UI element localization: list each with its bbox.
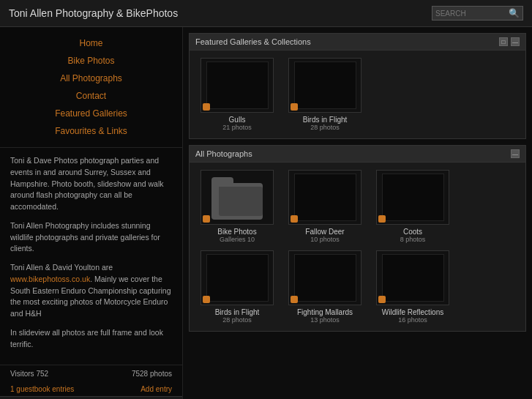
gallery-label-birds-flight2: Birds in Flight — [215, 308, 260, 316]
gallery-thumb-fallow-deer[interactable] — [288, 170, 361, 225]
all-photos-section: All Photographs — — [189, 145, 526, 332]
sidebar-stats: Visitors 752 7528 photos — [0, 365, 182, 382]
nav: Home Bike Photos All Photographs Contact… — [0, 34, 182, 148]
gallery-label-birds-flight: Birds in Flight — [303, 116, 348, 124]
sidebar-item-bike-photos[interactable]: Bike Photos — [0, 52, 182, 70]
gallery-label-gulls: Gulls — [229, 116, 246, 124]
gallery-label-fighting-mallards: Fighting Mallards — [297, 308, 353, 316]
featured-section-controls: □ — — [499, 37, 520, 46]
featured-section-title: Featured Galleries & Collections — [195, 37, 311, 46]
featured-gallery-grid: Gulls 21 photos Birds in Flight 28 photo… — [190, 51, 525, 138]
search-icon[interactable]: 🔍 — [509, 8, 520, 18]
gallery-thumb-birds-flight2[interactable] — [201, 250, 274, 305]
search-box: 🔍 — [432, 6, 523, 20]
gallery-sublabel-birds-flight2: 28 photos — [222, 316, 252, 324]
sidebar-para2: Toni Allen Photography includes stunning… — [10, 220, 172, 255]
site-title: Toni Allen Photography & BikePhotos — [9, 7, 178, 19]
content-area: Featured Galleries & Collections □ — Gul… — [183, 27, 532, 399]
all-photos-section-title: All Photographs — [195, 149, 252, 158]
all-photos-section-header: All Photographs — — [190, 146, 525, 163]
gallery-thumb-birds-flight[interactable] — [288, 58, 361, 113]
gallery-label-wildlife-reflections: Wildlife Reflections — [382, 308, 443, 316]
photos-stat: 7528 photos — [132, 370, 172, 378]
sidebar-item-featured-galleries[interactable]: Featured Galleries — [0, 105, 182, 122]
featured-minimize-button[interactable]: — — [511, 37, 520, 46]
list-item[interactable]: Fallow Deer 10 photos — [285, 170, 365, 243]
sidebar: Home Bike Photos All Photographs Contact… — [0, 27, 183, 399]
gallery-sublabel-fighting-mallards: 13 photos — [310, 316, 340, 324]
sidebar-item-home[interactable]: Home — [0, 34, 182, 52]
gallery-thumb-bike-photos[interactable] — [201, 170, 274, 225]
guestbook-link[interactable]: 1 guestbook entries — [10, 385, 74, 393]
gallery-sublabel-fallow-deer: 10 photos — [310, 236, 340, 243]
gallery-label-bike-photos: Bike Photos — [217, 228, 256, 236]
gallery-thumb-coots[interactable] — [376, 170, 449, 225]
gallery-sublabel-birds-flight: 28 photos — [310, 124, 340, 131]
all-photos-minimize-button[interactable]: — — [511, 149, 520, 158]
gallery-sublabel-gulls: 21 photos — [222, 124, 252, 131]
all-photos-gallery-grid: Bike Photos Galleries 10 Fallow Deer 10 … — [190, 163, 525, 331]
all-photos-section-controls: — — [511, 149, 520, 158]
gallery-label-coots: Coots — [403, 228, 422, 236]
sidebar-item-all-photographs[interactable]: All Photographs — [0, 70, 182, 87]
featured-section: Featured Galleries & Collections □ — Gul… — [189, 33, 526, 139]
featured-expand-button[interactable]: □ — [499, 37, 508, 46]
list-item[interactable]: Bike Photos Galleries 10 — [197, 170, 277, 243]
sidebar-item-contact[interactable]: Contact — [0, 87, 182, 105]
gallery-thumb-gulls[interactable] — [201, 58, 274, 113]
sidebar-para3: Toni Allen & David Youlton are www.bikep… — [10, 262, 172, 320]
search-input[interactable] — [435, 10, 509, 18]
list-item[interactable]: Gulls 21 photos — [197, 58, 277, 131]
gallery-sublabel-bike-photos: Galleries 10 — [220, 236, 255, 243]
list-item[interactable]: Fighting Mallards 13 photos — [285, 250, 365, 324]
website-link[interactable]: www.bikephotoss.co.uk — [10, 275, 90, 283]
list-item[interactable]: Birds in Flight 28 photos — [197, 250, 277, 324]
main-layout: Home Bike Photos All Photographs Contact… — [0, 27, 532, 399]
contact-bar: Contact Info — — [0, 396, 182, 399]
gallery-sublabel-wildlife-reflections: 16 photos — [398, 316, 427, 324]
gallery-thumb-fighting-mallards[interactable] — [288, 250, 361, 305]
sidebar-item-favourites-links[interactable]: Favourites & Links — [0, 122, 182, 140]
list-item[interactable]: Birds in Flight 28 photos — [285, 58, 365, 131]
gallery-sublabel-coots: 8 photos — [400, 236, 426, 243]
list-item[interactable]: Coots 8 photos — [372, 170, 453, 243]
list-item[interactable]: Wildlife Reflections 16 photos — [372, 250, 453, 324]
add-entry-link[interactable]: Add entry — [141, 385, 172, 393]
gallery-label-fallow-deer: Fallow Deer — [305, 228, 344, 236]
featured-section-header: Featured Galleries & Collections □ — — [190, 34, 525, 51]
visitors-stat: Visitors 752 — [10, 370, 48, 378]
sidebar-para1: Toni & Dave Photos photograph parties an… — [10, 155, 172, 213]
header: Toni Allen Photography & BikePhotos 🔍 — [0, 0, 532, 27]
sidebar-para4: In slideview all photos are full frame a… — [10, 327, 172, 351]
sidebar-description: Toni & Dave Photos photograph parties an… — [0, 148, 182, 365]
gallery-thumb-wildlife-reflections[interactable] — [376, 250, 449, 305]
